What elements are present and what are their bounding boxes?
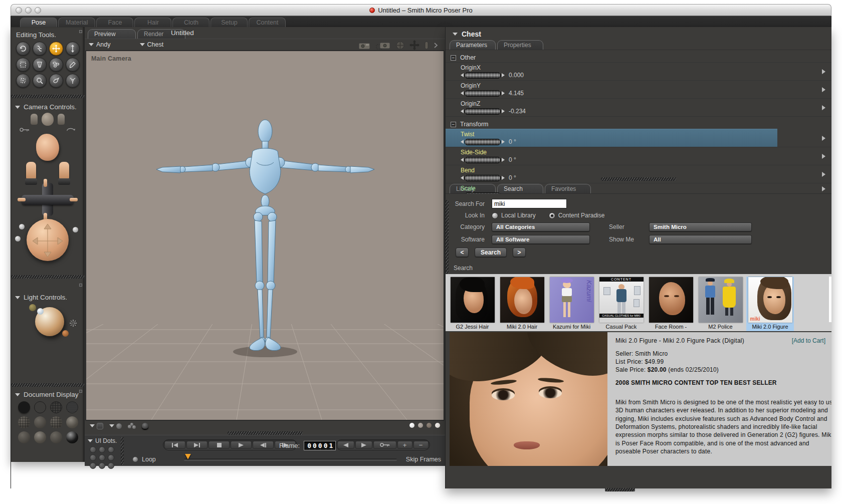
sideside-value[interactable]: 0 ° xyxy=(509,156,516,163)
add-to-cart-link[interactable]: [Add to Cart] xyxy=(792,337,825,344)
display-style-outline[interactable] xyxy=(34,401,46,413)
originz-options-arrow[interactable] xyxy=(822,105,825,110)
panel-expand-chevron-icon[interactable] xyxy=(434,42,438,49)
tracking-mode-icon[interactable] xyxy=(97,423,103,429)
view-pane-dot-3[interactable] xyxy=(427,423,432,428)
camera-dot-right[interactable] xyxy=(73,227,78,232)
tab-hair[interactable]: Hair xyxy=(134,18,171,27)
camera-dot-left-upper[interactable] xyxy=(19,224,25,229)
collapse-other-group[interactable]: − xyxy=(451,55,456,61)
content-paradise-radio[interactable] xyxy=(549,212,555,219)
display-style-dropdown-icon[interactable] xyxy=(109,424,114,427)
tab-setup[interactable]: Setup xyxy=(210,18,248,27)
sideside-options-arrow[interactable] xyxy=(822,154,825,159)
figure-mini-icon[interactable] xyxy=(425,41,429,50)
edit-keyframes-button[interactable] xyxy=(373,441,396,449)
flip-camera-icon[interactable] xyxy=(66,127,76,133)
stop-button[interactable] xyxy=(208,441,230,449)
originy-value[interactable]: 4.145 xyxy=(509,90,524,97)
camera-name-label[interactable]: Main Camera xyxy=(91,55,131,62)
ui-dot-4[interactable] xyxy=(90,454,96,461)
right-hand-camera[interactable] xyxy=(59,162,69,179)
add-keyframe-button[interactable]: + xyxy=(397,441,412,449)
collapse-document-display-icon[interactable] xyxy=(15,393,20,396)
ui-dot-3[interactable] xyxy=(108,446,114,453)
display-style-silhouette[interactable] xyxy=(18,401,30,413)
move-camera-control[interactable] xyxy=(22,186,74,214)
play-button[interactable] xyxy=(231,441,252,449)
ui-dot-6[interactable] xyxy=(108,454,114,461)
display-style-smooth-lined[interactable] xyxy=(34,431,46,443)
depth-cue-dropdown-icon[interactable] xyxy=(90,424,95,427)
result-casual-pack[interactable]: CONTENT CASUAL CLOTHES for MIKI Casual P… xyxy=(597,277,645,331)
anim-divider-handle[interactable] xyxy=(228,431,303,435)
tab-pose[interactable]: Pose xyxy=(20,18,57,27)
light-panel-grip[interactable] xyxy=(79,284,82,287)
loop-indicator-led[interactable] xyxy=(133,457,138,462)
element-select[interactable]: Chest xyxy=(140,41,164,48)
seller-dropdown[interactable]: Smith Micro xyxy=(649,222,752,231)
multi-ball-icon[interactable] xyxy=(128,423,136,429)
display-style-flat-shaded[interactable] xyxy=(34,416,46,428)
view-pane-dot-2[interactable] xyxy=(418,423,423,428)
left-hand-camera[interactable] xyxy=(26,162,36,179)
left-hand-camera-control[interactable] xyxy=(31,114,38,125)
display-style-sketch[interactable] xyxy=(66,431,78,443)
show-me-dropdown[interactable]: All xyxy=(649,235,752,244)
tab-preview[interactable]: Preview xyxy=(88,29,136,39)
originz-value[interactable]: -0.234 xyxy=(509,108,526,115)
sideside-dial[interactable] xyxy=(461,157,505,163)
ui-dot-2[interactable] xyxy=(99,446,105,453)
twist-dial[interactable] xyxy=(461,139,505,145)
chain-break-tool[interactable] xyxy=(16,74,30,88)
next-keyframe-button[interactable] xyxy=(355,441,372,449)
originx-dial[interactable] xyxy=(461,72,505,79)
tab-face[interactable]: Face xyxy=(96,18,133,27)
zoom-button[interactable] xyxy=(35,7,41,14)
display-style-texture-shaded[interactable] xyxy=(50,431,62,443)
bend-dial[interactable] xyxy=(461,175,505,181)
grouping-tool[interactable] xyxy=(49,74,63,88)
result-miki-20-hair[interactable]: Miki 2.0 Hair xyxy=(498,277,546,331)
ui-dot-9[interactable] xyxy=(108,462,114,469)
create-light-icon[interactable] xyxy=(69,319,77,327)
move-cross-icon[interactable] xyxy=(409,40,419,50)
docdisplay-panel-grip[interactable] xyxy=(79,390,82,393)
display-style-lit-wireframe[interactable] xyxy=(18,416,30,428)
tab-cloth[interactable]: Cloth xyxy=(172,18,209,27)
collapse-light-controls-icon[interactable] xyxy=(15,296,20,299)
morphing-tool[interactable] xyxy=(49,58,63,72)
first-frame-button[interactable] xyxy=(164,441,185,449)
category-dropdown[interactable]: All Categories xyxy=(492,222,590,231)
close-button[interactable] xyxy=(16,7,22,14)
animation-key-icon[interactable] xyxy=(19,127,30,133)
ui-dot-5[interactable] xyxy=(99,454,105,461)
taper-tool[interactable] xyxy=(33,58,47,72)
result-face-room[interactable]: Face Room - xyxy=(647,277,695,331)
light-indicator-2[interactable] xyxy=(37,308,44,315)
ui-dot-1[interactable] xyxy=(90,446,96,453)
direct-manipulation-tool[interactable] xyxy=(66,74,80,88)
shadow-ball-icon[interactable] xyxy=(142,423,148,429)
collapse-camera-controls-icon[interactable] xyxy=(15,106,20,109)
twist-options-arrow[interactable] xyxy=(822,136,825,141)
twist-tool[interactable] xyxy=(33,42,47,56)
local-library-label[interactable]: Local Library xyxy=(501,212,536,219)
tab-content[interactable]: Content xyxy=(249,18,286,27)
tab-parameters[interactable]: Parameters xyxy=(450,40,496,50)
originy-options-arrow[interactable] xyxy=(822,87,825,92)
right-hand-camera-control[interactable] xyxy=(58,114,65,125)
tab-material[interactable]: Material xyxy=(58,18,95,27)
ui-dot-8[interactable] xyxy=(99,462,105,469)
skip-frames-label[interactable]: Skip Frames xyxy=(406,456,441,463)
originz-dial[interactable] xyxy=(461,108,505,115)
current-frame-counter[interactable]: 00001 xyxy=(304,441,336,450)
camera-dot-left-lower[interactable] xyxy=(15,236,21,241)
view-magnifier-tool[interactable] xyxy=(33,74,47,88)
search-input[interactable] xyxy=(492,199,567,208)
playhead[interactable] xyxy=(185,454,191,459)
timeline-scrubber[interactable] xyxy=(184,458,397,460)
prev-keyframe-button[interactable] xyxy=(337,441,354,449)
ui-dot-7[interactable] xyxy=(90,462,96,469)
display-style-hidden-line[interactable] xyxy=(66,401,78,413)
